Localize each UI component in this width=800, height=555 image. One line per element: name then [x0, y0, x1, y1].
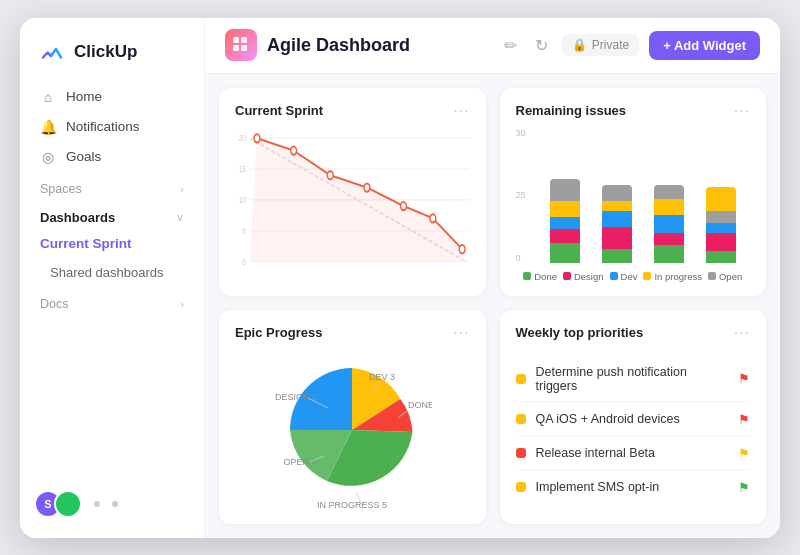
edit-button[interactable]: ✏	[500, 32, 521, 59]
avatar-stack[interactable]: S	[34, 490, 82, 518]
sidebar-footer: S	[20, 482, 204, 526]
priority-flag-1: ⚑	[738, 371, 750, 386]
legend-done-label: Done	[534, 271, 557, 282]
bar-seg-open	[550, 179, 580, 201]
svg-text:10: 10	[239, 194, 247, 204]
current-sprint-label: Current Sprint	[40, 236, 132, 251]
widget-current-sprint: Current Sprint ··· 20 15 10	[219, 88, 486, 296]
priority-text-3: Release internal Beta	[536, 446, 729, 460]
svg-text:0: 0	[242, 256, 246, 266]
bar-seg-dev	[654, 215, 684, 233]
add-widget-button[interactable]: + Add Widget	[649, 31, 760, 60]
legend-design-dot	[563, 272, 571, 280]
svg-point-22	[459, 245, 465, 253]
topbar: Agile Dashboard ✏ ↻ 🔒 Private + Add Widg…	[205, 18, 780, 74]
widget-epic-body: DEV 3 DESIGN 2 OPEN 6 DONE 5 IN PROGRESS…	[235, 350, 470, 510]
bar-seg-design	[654, 233, 684, 245]
svg-point-19	[364, 183, 370, 191]
y-axis: 30 25 0	[516, 128, 540, 263]
main-content: Agile Dashboard ✏ ↻ 🔒 Private + Add Widg…	[205, 18, 780, 538]
priority-item-3: Release internal Beta ⚑	[516, 446, 751, 470]
spaces-label: Spaces	[40, 182, 82, 196]
svg-point-21	[430, 214, 436, 222]
legend-open-dot	[708, 272, 716, 280]
priority-flag-3: ⚑	[738, 446, 750, 461]
widget-priorities-menu[interactable]: ···	[734, 324, 750, 342]
bar-seg-dev	[602, 211, 632, 227]
widget-current-sprint-body: 20 15 10 5 0	[235, 128, 470, 282]
widget-epic-menu[interactable]: ···	[453, 324, 469, 342]
logo-area[interactable]: ClickUp	[20, 18, 204, 82]
widget-epic-title: Epic Progress	[235, 325, 322, 340]
widget-epic-header: Epic Progress ···	[235, 324, 470, 342]
avatar-secondary	[54, 490, 82, 518]
widget-remaining-issues-body: 30 25 0	[516, 128, 751, 282]
bar-seg-done	[706, 251, 736, 263]
pie-label-inprogress: IN PROGRESS 5	[317, 500, 387, 510]
legend-dev: Dev	[610, 271, 638, 282]
widget-priorities-title: Weekly top priorities	[516, 325, 644, 340]
bar-seg-design	[706, 233, 736, 251]
priority-dot-4	[516, 482, 526, 492]
bar-chart-container: 30 25 0	[516, 128, 751, 282]
bar-seg-done	[654, 245, 684, 263]
pie-label-done: DONE 5	[408, 400, 432, 410]
private-label: Private	[592, 38, 629, 52]
docs-section[interactable]: Docs ›	[30, 287, 194, 315]
bar-seg-open	[706, 187, 736, 211]
logo-text: ClickUp	[74, 42, 137, 62]
svg-rect-3	[233, 45, 239, 51]
priority-flag-4: ⚑	[738, 480, 750, 495]
widget-priorities-body: Determine push notification triggers ⚑ Q…	[516, 350, 751, 510]
legend-inprogress-dot	[643, 272, 651, 280]
sidebar-item-goals[interactable]: ◎ Goals	[30, 142, 194, 172]
widget-remaining-issues: Remaining issues ··· 30 25 0	[500, 88, 767, 296]
svg-text:5: 5	[242, 225, 246, 235]
priority-item-4: Implement SMS opt-in ⚑	[516, 480, 751, 495]
sidebar-label-goals: Goals	[66, 149, 101, 164]
legend-dev-label: Dev	[621, 271, 638, 282]
home-icon: ⌂	[40, 89, 56, 105]
priority-dot-3	[516, 448, 526, 458]
legend-done-dot	[523, 272, 531, 280]
legend-dev-dot	[610, 272, 618, 280]
bar-legend: Done Design Dev	[516, 271, 751, 282]
bar-seg-dev	[706, 223, 736, 233]
pie-svg: DEV 3 DESIGN 2 OPEN 6 DONE 5 IN PROGRESS…	[272, 350, 432, 510]
sidebar-item-shared-dashboards[interactable]: Shared dashboards	[30, 258, 194, 287]
docs-label: Docs	[40, 297, 68, 311]
sidebar-item-notifications[interactable]: 🔔 Notifications	[30, 112, 194, 142]
widget-remaining-issues-header: Remaining issues ···	[516, 102, 751, 120]
priority-dot-1	[516, 374, 526, 384]
widget-priorities-header: Weekly top priorities ···	[516, 324, 751, 342]
bar-stack-2	[602, 185, 632, 263]
svg-text:20: 20	[239, 133, 247, 143]
page-title: Agile Dashboard	[267, 35, 490, 56]
svg-rect-2	[241, 37, 247, 43]
svg-point-18	[327, 171, 333, 179]
priority-flag-2: ⚑	[738, 412, 750, 427]
widget-remaining-issues-menu[interactable]: ···	[734, 102, 750, 120]
bar-group-4	[700, 128, 742, 263]
avatar-dot	[94, 501, 100, 507]
sidebar-item-home[interactable]: ⌂ Home	[30, 82, 194, 112]
private-badge: 🔒 Private	[562, 34, 639, 56]
spaces-section[interactable]: Spaces ›	[30, 172, 194, 200]
refresh-button[interactable]: ↻	[531, 32, 552, 59]
sidebar-label-notifications: Notifications	[66, 119, 140, 134]
bar-group-1	[544, 128, 586, 263]
bar-stack-4	[706, 187, 736, 263]
widget-current-sprint-menu[interactable]: ···	[453, 102, 469, 120]
topbar-actions: ✏ ↻ 🔒 Private + Add Widget	[500, 31, 760, 60]
legend-open: Open	[708, 271, 742, 282]
docs-chevron: ›	[180, 298, 184, 310]
dashboards-section[interactable]: Dashboards ∨	[30, 200, 194, 229]
y-label-30: 30	[516, 128, 540, 138]
bar-chart-area: 30 25 0	[516, 128, 751, 267]
sidebar-item-current-sprint[interactable]: Current Sprint	[30, 229, 194, 258]
avatar-dot2	[112, 501, 118, 507]
priority-dot-2	[516, 414, 526, 424]
app-window: ClickUp ⌂ Home 🔔 Notifications ◎ Goals S…	[20, 18, 780, 538]
legend-design: Design	[563, 271, 604, 282]
y-label-0: 0	[516, 253, 540, 263]
